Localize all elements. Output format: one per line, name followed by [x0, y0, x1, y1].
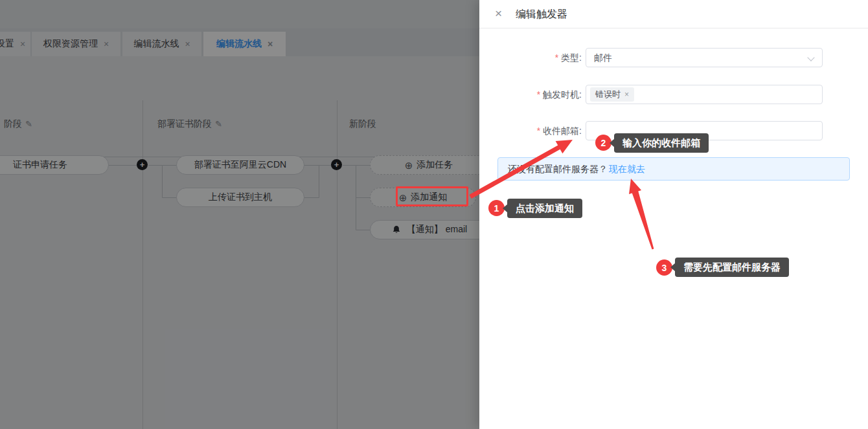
recipient-email-input[interactable] [586, 122, 822, 140]
timing-tag: 错误时× [590, 87, 634, 102]
type-select[interactable]: 邮件 [586, 48, 823, 67]
close-icon[interactable]: × [495, 7, 502, 19]
configure-now-link[interactable]: 现在就去 [609, 164, 645, 174]
field-label-recipient-email: *收件邮箱: [486, 121, 582, 140]
drawer-header: × 编辑触发器 [479, 0, 868, 28]
chevron-down-icon [807, 54, 814, 61]
edit-trigger-drawer: × 编辑触发器 *类型: 邮件 *触发时机: 错误时× *收件邮箱: 还没有配置… [479, 0, 868, 429]
tag-close-icon[interactable]: × [624, 90, 629, 99]
field-label-trigger-timing: *触发时机: [486, 85, 582, 104]
type-select-value: 邮件 [594, 49, 612, 67]
mail-server-alert: 还没有配置邮件服务器？现在就去 [497, 157, 850, 181]
drawer-title: 编辑触发器 [516, 0, 567, 28]
field-label-type: *类型: [486, 48, 582, 67]
alert-text: 还没有配置邮件服务器？ [508, 164, 608, 174]
drawer-overlay-mask[interactable] [0, 0, 480, 429]
recipient-email-box [586, 121, 823, 140]
trigger-timing-select[interactable]: 错误时× [586, 85, 823, 104]
